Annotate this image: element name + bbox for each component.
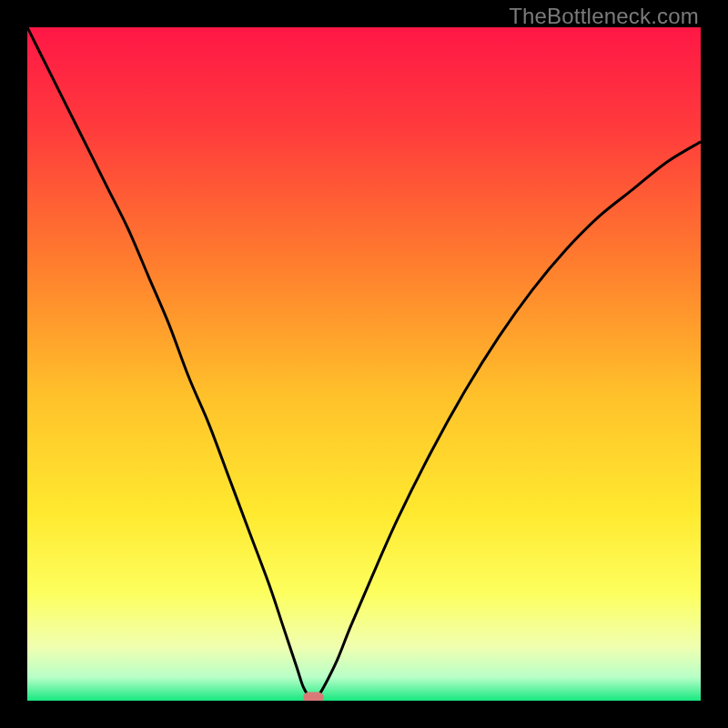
chart-frame: TheBottleneck.com [0, 0, 728, 728]
chart-svg [27, 27, 701, 701]
plot-area [27, 27, 701, 701]
watermark-label: TheBottleneck.com [509, 4, 699, 29]
min-marker [303, 692, 323, 701]
gradient-background [27, 27, 701, 701]
